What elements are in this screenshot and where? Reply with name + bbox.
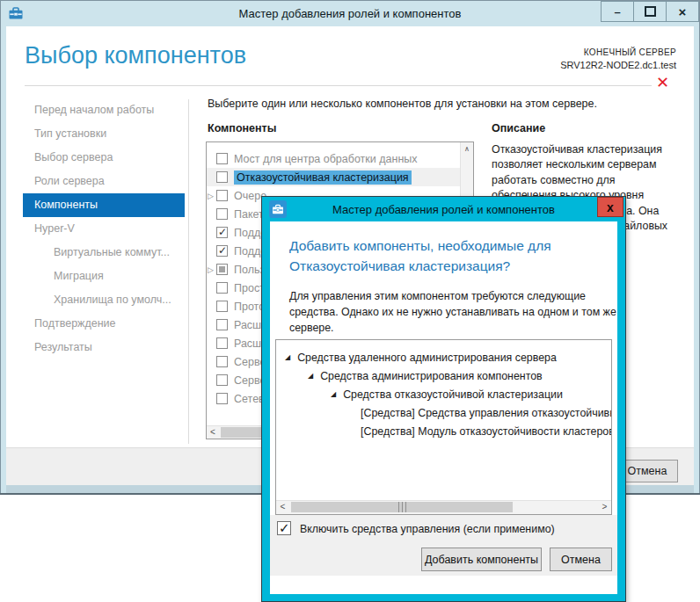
feature-checkbox[interactable] bbox=[216, 171, 228, 183]
dialog-title: Мастер добавления ролей и компонентов bbox=[262, 203, 625, 216]
feature-checkbox[interactable] bbox=[216, 301, 228, 312]
dialog-body-line: сервере. bbox=[289, 320, 611, 336]
nav-item-server-selection[interactable]: Выбор сервера bbox=[23, 146, 185, 170]
tree-item-label: [Средства] Модуль отказоустойчивости кла… bbox=[361, 425, 611, 438]
dialog-content: Добавить компоненты, необходимые для Отк… bbox=[270, 221, 617, 594]
nav-item-features[interactable]: Компоненты bbox=[23, 193, 185, 217]
required-features-tree: ◢ Средства удаленного администрирования … bbox=[275, 339, 612, 515]
include-tools-label: Включить средства управления (если приме… bbox=[300, 523, 555, 535]
feature-label: Отказоустойчивая кластеризация bbox=[234, 170, 412, 185]
nav-item-migration[interactable]: Миграция bbox=[23, 265, 185, 288]
feature-label: Прото bbox=[234, 301, 265, 313]
target-server-info: КОНЕЧНЫЙ СЕРВЕР SRV12R2-NODE2.dc1.test bbox=[560, 47, 676, 70]
nav-item-before-you-begin[interactable]: Перед началом работы bbox=[23, 98, 185, 122]
tree-item-label: Средства администрирования компонентов bbox=[320, 370, 543, 382]
tree-item[interactable]: ◢ Средства администрирования компонентов bbox=[276, 366, 611, 385]
feature-row[interactable]: Мост для центра обработки данных bbox=[207, 149, 460, 168]
dialog-body-line: средства. Однако их не нужно устанавлива… bbox=[289, 304, 611, 320]
wizard-nav: Перед началом работы Тип установки Выбор… bbox=[6, 98, 188, 359]
feature-label: Мост для центра обработки данных bbox=[234, 153, 418, 165]
window-controls: – × bbox=[601, 1, 699, 22]
description-line: Отказоустойчивая кластеризация bbox=[492, 142, 692, 157]
dialog-titlebar[interactable]: Мастер добавления ролей и компонентов x bbox=[262, 197, 625, 221]
target-server-name: SRV12R2-NODE2.dc1.test bbox=[560, 60, 676, 70]
dialog-body-text: Для управления этим компонентом требуютс… bbox=[289, 288, 611, 336]
tree-rows: ◢ Средства удаленного администрирования … bbox=[276, 348, 611, 440]
feature-row[interactable]: Отказоустойчивая кластеризация bbox=[207, 168, 460, 186]
minimize-icon: – bbox=[614, 5, 620, 18]
nav-item-server-roles[interactable]: Роли сервера bbox=[23, 170, 185, 193]
dialog-heading-line: Добавить компоненты, необходимые для bbox=[289, 236, 606, 256]
scroll-left-icon[interactable]: < bbox=[276, 501, 289, 513]
maximize-button[interactable] bbox=[634, 1, 667, 22]
feature-checkbox[interactable] bbox=[216, 319, 228, 330]
feature-checkbox[interactable] bbox=[216, 282, 228, 294]
features-list-title: Компоненты bbox=[208, 122, 276, 134]
feature-checkbox[interactable] bbox=[216, 190, 228, 201]
tree-item[interactable]: [Средства] Модуль отказоустойчивости кла… bbox=[276, 422, 611, 440]
feature-checkbox[interactable] bbox=[216, 245, 228, 257]
scroll-up-icon[interactable]: ∧ bbox=[461, 142, 473, 156]
maximize-icon bbox=[645, 6, 656, 17]
feature-checkbox[interactable] bbox=[216, 374, 228, 386]
tree-item[interactable]: [Средства] Средства управления отказоуст… bbox=[276, 403, 611, 422]
feature-checkbox[interactable] bbox=[216, 393, 228, 404]
scrollbar-thumb[interactable] bbox=[291, 502, 513, 512]
feature-checkbox[interactable] bbox=[216, 208, 228, 220]
minimize-button[interactable]: – bbox=[601, 1, 634, 22]
add-features-button[interactable]: Добавить компоненты bbox=[421, 548, 542, 571]
header-separator bbox=[25, 85, 652, 86]
scroll-left-icon[interactable]: < bbox=[207, 426, 219, 439]
nav-item-default-stores[interactable]: Хранилища по умолч... bbox=[23, 288, 185, 312]
feature-label: Пакет bbox=[234, 208, 264, 221]
nav-divider bbox=[188, 99, 189, 444]
nav-item-virtual-switches[interactable]: Виртуальные коммут... bbox=[23, 241, 185, 265]
feature-checkbox[interactable] bbox=[216, 264, 228, 275]
feature-checkbox[interactable] bbox=[216, 153, 228, 164]
nav-item-results[interactable]: Результаты bbox=[23, 336, 185, 359]
feature-checkbox[interactable] bbox=[216, 356, 228, 367]
dialog-heading: Добавить компоненты, необходимые для Отк… bbox=[289, 236, 606, 276]
close-button[interactable]: × bbox=[667, 1, 699, 22]
tree-expanded-icon[interactable]: ◢ bbox=[285, 354, 290, 361]
page-title: Выбор компонентов bbox=[25, 42, 246, 69]
window-titlebar[interactable]: Мастер добавления ролей и компонентов – … bbox=[1, 1, 699, 26]
tree-item-label: Средства удаленного администрирования се… bbox=[297, 352, 557, 364]
tree-item[interactable]: ◢ Средства удаленного администрирования … bbox=[276, 348, 611, 366]
window-title: Мастер добавления ролей и компонентов bbox=[1, 7, 699, 20]
dialog-close-icon: x bbox=[607, 200, 614, 214]
dialog-body-line: Для управления этим компонентом требуютс… bbox=[289, 288, 611, 304]
description-title: Описание bbox=[492, 122, 545, 134]
nav-item-confirmation[interactable]: Подтверждение bbox=[23, 312, 185, 336]
tree-item-label: [Средства] Средства управления отказоуст… bbox=[361, 407, 611, 419]
expander-icon[interactable]: ▷ bbox=[208, 192, 216, 200]
page-instruction: Выберите один или несколько компонентов … bbox=[208, 98, 597, 110]
description-line: позволяет нескольким серверам bbox=[492, 157, 692, 172]
dialog-heading-line: Отказоустойчивая кластеризация? bbox=[289, 256, 606, 276]
close-icon: × bbox=[679, 4, 687, 19]
tree-item[interactable]: ◢ Средства отказоустойчивой кластеризаци… bbox=[276, 385, 611, 403]
feature-checkbox[interactable] bbox=[216, 337, 228, 349]
nav-item-installation-type[interactable]: Тип установки bbox=[23, 122, 185, 146]
target-server-label: КОНЕЧНЫЙ СЕРВЕР bbox=[560, 47, 676, 57]
tree-expanded-icon[interactable]: ◢ bbox=[331, 391, 336, 398]
description-line: работать совместно для bbox=[492, 173, 692, 188]
dialog-close-button[interactable]: x bbox=[597, 197, 623, 217]
tree-horizontal-scrollbar[interactable]: < > bbox=[276, 500, 611, 514]
add-features-dialog: Мастер добавления ролей и компонентов x … bbox=[261, 196, 626, 602]
include-tools-checkbox[interactable] bbox=[277, 521, 291, 535]
tree-expanded-icon[interactable]: ◢ bbox=[308, 373, 313, 380]
feature-checkbox[interactable] bbox=[216, 227, 228, 238]
expander-icon[interactable]: ▷ bbox=[208, 265, 216, 274]
error-x-icon: ✕ bbox=[656, 75, 669, 91]
dialog-cancel-button[interactable]: Отмена bbox=[550, 548, 612, 571]
scroll-right-icon[interactable]: > bbox=[598, 501, 611, 513]
tree-item-label: Средства отказоустойчивой кластеризации bbox=[343, 388, 563, 401]
nav-item-hyper-v[interactable]: Hyper-V bbox=[23, 217, 185, 241]
